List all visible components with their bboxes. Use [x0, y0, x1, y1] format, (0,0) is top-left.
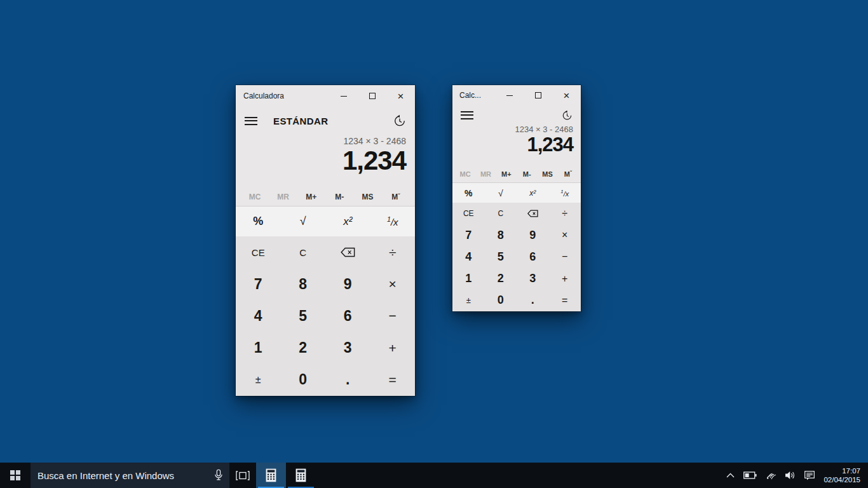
maximize-icon: [369, 93, 376, 99]
calculator-display: 1234 × 3 - 2468 1,234: [236, 135, 415, 188]
digit-5-button[interactable]: 5: [485, 246, 517, 268]
digit-3-button[interactable]: 3: [325, 332, 370, 364]
digit-9-button[interactable]: 9: [517, 224, 549, 246]
digit-1-button[interactable]: 1: [236, 332, 281, 364]
digit-8-button[interactable]: 8: [485, 224, 517, 246]
keypad: CE C ÷ 7 8 9 × 4 5 6 − 1 2 3 + ± 0 . =: [236, 236, 415, 396]
menu-button[interactable]: [245, 117, 257, 125]
digit-1-button[interactable]: 1: [452, 268, 485, 290]
wifi-button[interactable]: [766, 471, 776, 480]
history-clock-icon: [393, 114, 406, 127]
digit-9-button[interactable]: 9: [325, 268, 370, 300]
reciprocal-button[interactable]: 1/x: [370, 215, 416, 227]
divide-button[interactable]: ÷: [549, 203, 581, 224]
nav-row: ESTÁNDAR: [236, 107, 415, 135]
taskbar-clock[interactable]: 17:07 02/04/2015: [824, 466, 860, 484]
digit-3-button[interactable]: 3: [517, 268, 549, 290]
taskbar-search-box[interactable]: [31, 463, 229, 488]
clear-entry-button[interactable]: CE: [236, 236, 281, 268]
close-button[interactable]: ×: [386, 85, 415, 107]
memory-recall-button: MR: [475, 170, 496, 178]
subtract-button[interactable]: −: [370, 300, 416, 332]
plus-minus-button[interactable]: ±: [452, 290, 485, 311]
percent-button[interactable]: %: [236, 215, 281, 228]
volume-button[interactable]: [785, 471, 796, 480]
result-text: 1,234: [342, 146, 406, 175]
percent-button[interactable]: %: [452, 188, 485, 198]
sqrt-button[interactable]: √: [485, 188, 517, 198]
memory-recall-button: MR: [269, 193, 297, 201]
digit-2-button[interactable]: 2: [485, 268, 517, 290]
square-button[interactable]: x²: [325, 215, 370, 228]
minimize-icon: [341, 96, 347, 97]
memory-add-button[interactable]: M+: [496, 170, 517, 178]
memory-add-button[interactable]: M+: [297, 193, 325, 201]
memory-subtract-button[interactable]: M-: [517, 170, 537, 178]
titlebar[interactable]: Calculadora ×: [236, 85, 415, 107]
memory-flyout-button[interactable]: Mˇ: [558, 170, 578, 178]
maximize-button[interactable]: [524, 85, 552, 105]
hamburger-menu-icon: [245, 117, 257, 118]
digit-0-button[interactable]: 0: [281, 364, 326, 396]
add-button[interactable]: +: [370, 332, 416, 364]
memory-store-button[interactable]: MS: [353, 193, 381, 201]
clear-entry-button[interactable]: CE: [452, 203, 485, 224]
battery-button[interactable]: [743, 471, 757, 479]
clear-button[interactable]: C: [281, 236, 326, 268]
action-center-button[interactable]: [804, 471, 815, 480]
digit-6-button[interactable]: 6: [325, 300, 370, 332]
windows-start-icon: [10, 470, 20, 480]
equals-button[interactable]: =: [370, 364, 416, 396]
system-tray: 17:07 02/04/2015: [721, 463, 868, 488]
nav-row: [452, 105, 581, 125]
close-button[interactable]: ×: [552, 85, 581, 105]
clear-button[interactable]: C: [485, 203, 517, 224]
taskbar-calculator-button-2[interactable]: [286, 463, 316, 488]
backspace-button[interactable]: [325, 236, 370, 268]
memory-subtract-button[interactable]: M-: [325, 193, 353, 201]
microphone-icon[interactable]: [214, 469, 223, 482]
plus-minus-button[interactable]: ±: [236, 364, 281, 396]
show-hidden-icons-button[interactable]: [726, 473, 735, 478]
sqrt-button[interactable]: √: [281, 215, 326, 228]
backspace-button[interactable]: [517, 203, 549, 224]
window-title: Calc...: [459, 91, 481, 100]
titlebar[interactable]: Calc... ×: [452, 85, 581, 105]
history-button[interactable]: [393, 114, 406, 127]
reciprocal-button[interactable]: 1/x: [549, 189, 581, 198]
digit-4-button[interactable]: 4: [236, 300, 281, 332]
digit-5-button[interactable]: 5: [281, 300, 326, 332]
history-button[interactable]: [562, 110, 573, 121]
task-view-button[interactable]: [229, 463, 256, 488]
digit-0-button[interactable]: 0: [485, 290, 517, 311]
maximize-icon: [535, 92, 541, 98]
decimal-button[interactable]: .: [517, 290, 549, 311]
digit-6-button[interactable]: 6: [517, 246, 549, 268]
digit-8-button[interactable]: 8: [281, 268, 326, 300]
search-input[interactable]: [37, 470, 214, 481]
memory-flyout-button[interactable]: Mˇ: [382, 192, 410, 201]
maximize-button[interactable]: [358, 85, 386, 107]
digit-7-button[interactable]: 7: [452, 224, 485, 246]
add-button[interactable]: +: [549, 268, 581, 290]
subtract-button[interactable]: −: [549, 246, 581, 268]
decimal-button[interactable]: .: [325, 364, 370, 396]
digit-7-button[interactable]: 7: [236, 268, 281, 300]
start-button[interactable]: [0, 463, 31, 488]
digit-2-button[interactable]: 2: [281, 332, 326, 364]
memory-row: MC MR M+ M- MS Mˇ: [236, 188, 415, 206]
multiply-button[interactable]: ×: [370, 268, 416, 300]
result-text: 1,234: [527, 134, 573, 156]
equals-button[interactable]: =: [549, 290, 581, 311]
divide-button[interactable]: ÷: [370, 236, 416, 268]
multiply-button[interactable]: ×: [549, 224, 581, 246]
memory-clear-button: MC: [241, 193, 269, 201]
taskbar-calculator-button-1[interactable]: [256, 463, 286, 488]
square-button[interactable]: x²: [517, 189, 549, 198]
digit-4-button[interactable]: 4: [452, 246, 485, 268]
minimize-button[interactable]: [329, 85, 358, 107]
tray-date: 02/04/2015: [824, 475, 860, 484]
minimize-button[interactable]: [495, 85, 524, 105]
menu-button[interactable]: [461, 111, 473, 119]
memory-store-button[interactable]: MS: [537, 170, 557, 178]
